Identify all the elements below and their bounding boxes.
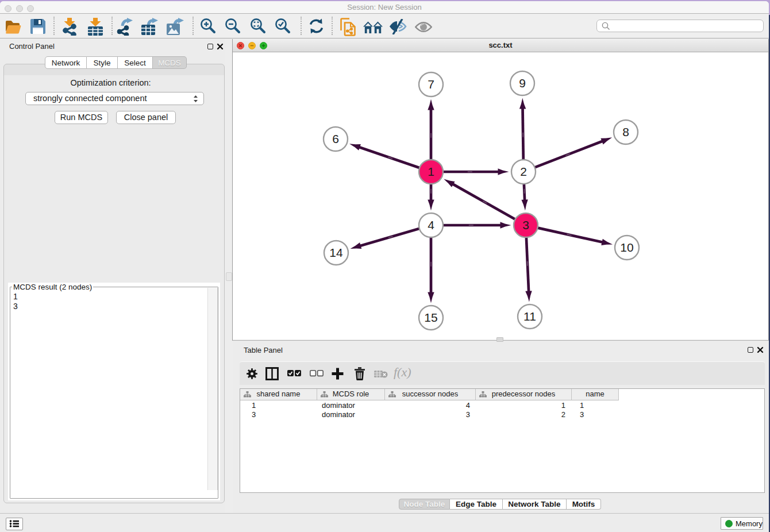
svg-text:1: 1 [428,165,434,178]
svg-text:14: 14 [329,246,343,259]
svg-text:15: 15 [424,311,437,324]
svg-text:10: 10 [620,241,633,254]
svg-text:4: 4 [428,218,434,232]
svg-text:7: 7 [428,78,434,91]
svg-text:3: 3 [522,218,529,232]
svg-text:11: 11 [523,310,536,323]
svg-text:9: 9 [519,76,526,90]
svg-text:2: 2 [520,165,527,178]
svg-text:6: 6 [332,132,339,145]
svg-text:8: 8 [622,125,629,138]
